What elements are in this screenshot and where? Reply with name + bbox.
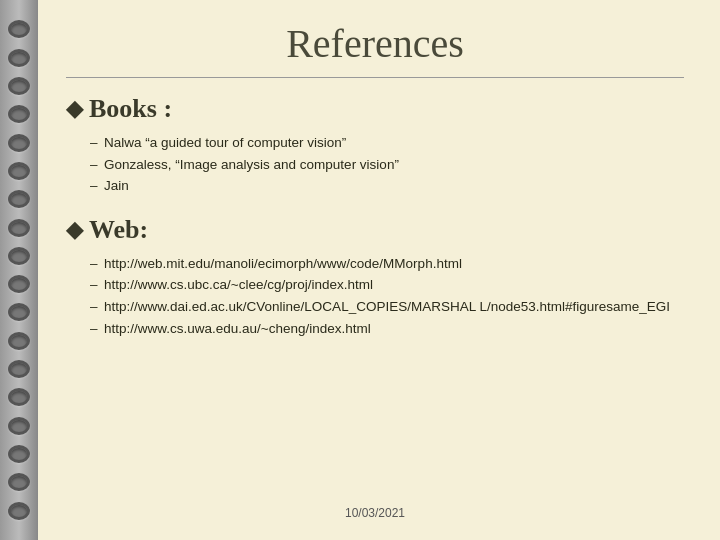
spiral-ring bbox=[8, 332, 30, 350]
section-list-web: http://web.mit.edu/manoli/ecimorph/www/c… bbox=[66, 253, 684, 339]
spiral-ring bbox=[8, 388, 30, 406]
list-item: http://web.mit.edu/manoli/ecimorph/www/c… bbox=[90, 253, 684, 275]
list-item: http://www.cs.uwa.edu.au/~cheng/index.ht… bbox=[90, 318, 684, 340]
spiral-ring bbox=[8, 275, 30, 293]
spiral-ring bbox=[8, 303, 30, 321]
section-list-books: Nalwa “a guided tour of computer vision”… bbox=[66, 132, 684, 197]
spiral-ring bbox=[8, 190, 30, 208]
section-bullet-books: ◆ bbox=[66, 96, 83, 122]
section-heading-books: ◆Books : bbox=[66, 94, 684, 124]
spiral-ring bbox=[8, 134, 30, 152]
spiral-ring bbox=[8, 77, 30, 95]
spiral-ring bbox=[8, 247, 30, 265]
list-item: Nalwa “a guided tour of computer vision” bbox=[90, 132, 684, 154]
spiral-ring bbox=[8, 502, 30, 520]
spiral-ring bbox=[8, 105, 30, 123]
spiral-ring bbox=[8, 360, 30, 378]
section-label-web: Web: bbox=[89, 215, 148, 245]
spiral-binding bbox=[0, 0, 38, 540]
spiral-ring bbox=[8, 162, 30, 180]
section-heading-web: ◆Web: bbox=[66, 215, 684, 245]
spiral-ring bbox=[8, 445, 30, 463]
spiral-ring bbox=[8, 417, 30, 435]
list-item: Jain bbox=[90, 175, 684, 197]
slide-page: References ◆Books :Nalwa “a guided tour … bbox=[38, 0, 720, 540]
footer-date: 10/03/2021 bbox=[66, 506, 684, 520]
spiral-ring bbox=[8, 49, 30, 67]
list-item: Gonzaless, “Image analysis and computer … bbox=[90, 154, 684, 176]
page-title: References bbox=[66, 20, 684, 67]
section-bullet-web: ◆ bbox=[66, 217, 83, 243]
spiral-ring bbox=[8, 473, 30, 491]
title-divider bbox=[66, 77, 684, 78]
list-item: http://www.dai.ed.ac.uk/CVonline/LOCAL_C… bbox=[90, 296, 684, 318]
spiral-ring bbox=[8, 219, 30, 237]
spiral-ring bbox=[8, 20, 30, 38]
section-label-books: Books : bbox=[89, 94, 172, 124]
list-item: http://www.cs.ubc.ca/~clee/cg/proj/index… bbox=[90, 274, 684, 296]
